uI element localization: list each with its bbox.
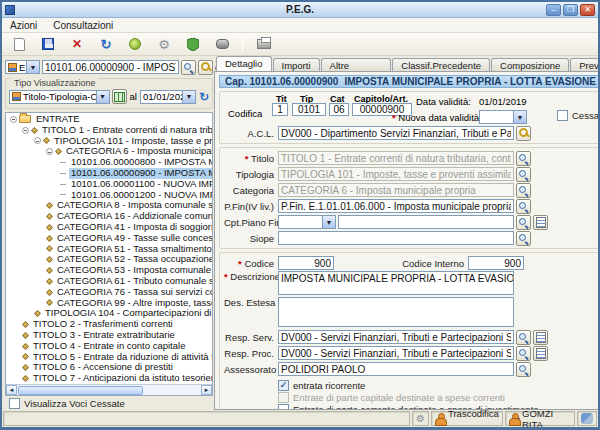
resp-proc-search-button[interactable] bbox=[516, 346, 531, 361]
delete-button[interactable]: ✕ bbox=[65, 34, 89, 54]
tree-item[interactable]: TITOLO 4 - Entrate in conto capitale bbox=[6, 341, 212, 352]
status-options-cell[interactable]: ⚙ bbox=[412, 411, 429, 426]
flag-checkbox[interactable] bbox=[278, 380, 289, 391]
siope-field[interactable] bbox=[278, 231, 514, 245]
tree-item[interactable]: TITOLO 6 - Accensione di prestiti bbox=[6, 362, 212, 373]
tree-item[interactable]: CATEGORIA 41 - Imposta di soggiorno bbox=[6, 222, 212, 233]
options-button[interactable]: ⚙ bbox=[152, 34, 176, 54]
titolo-field[interactable] bbox=[278, 151, 514, 165]
snapshot-button[interactable] bbox=[210, 34, 234, 54]
tree-item[interactable]: CATEGORIA 8 - Imposta comunale sugli imm… bbox=[6, 200, 212, 211]
codice-field[interactable] bbox=[278, 256, 334, 270]
tab-composizione[interactable]: Composizione bbox=[491, 58, 569, 71]
categoria-search-button[interactable] bbox=[516, 183, 531, 198]
pfin-field[interactable] bbox=[278, 199, 514, 213]
tree-item[interactable]: 10101.06.00000900 - IMPOSTA MUNICIPALE P… bbox=[6, 168, 212, 179]
tree-item[interactable]: TIPOLOGIA 101 - Imposte, tasse e provent… bbox=[6, 136, 212, 147]
session-cell[interactable] bbox=[577, 411, 597, 426]
assessorato-search-button[interactable] bbox=[516, 362, 531, 377]
tree-item[interactable]: TITOLO 2 - Trasferimenti correnti bbox=[6, 319, 212, 330]
resp-serv-field[interactable] bbox=[278, 330, 514, 344]
expand-handle-icon[interactable] bbox=[34, 137, 41, 144]
tree-item[interactable]: CATEGORIA 53 - Imposta comunale sulla pu… bbox=[6, 265, 212, 276]
chevron-down-icon[interactable]: ▼ bbox=[513, 111, 526, 123]
scroll-left-icon[interactable]: ◄ bbox=[6, 385, 17, 395]
resp-serv-search-button[interactable] bbox=[516, 330, 531, 345]
cpt-list-button[interactable] bbox=[533, 215, 548, 230]
tree-item[interactable]: CATEGORIA 6 - Imposta municipale propria bbox=[6, 146, 212, 157]
minimize-button[interactable]: – bbox=[546, 4, 561, 16]
restore-button[interactable]: ❐ bbox=[563, 4, 578, 16]
tip-field[interactable] bbox=[292, 103, 326, 116]
descrizione-field[interactable] bbox=[278, 271, 514, 295]
tree-item[interactable]: TITOLO 3 - Entrate extratributarie bbox=[6, 330, 212, 341]
tab-classif-precedente[interactable]: Classif.Precedente bbox=[392, 58, 490, 71]
tree-item[interactable]: 10101.06.00000800 - IMPOSTA MUNICIPALE P… bbox=[6, 157, 212, 168]
search-button[interactable] bbox=[181, 60, 196, 75]
tree-item[interactable]: CATEGORIA 61 - Tributo comunale sui rifi… bbox=[6, 276, 212, 287]
menu-azioni[interactable]: Azioni bbox=[2, 19, 45, 32]
tree-item[interactable]: TITOLO 7 - Anticipazioni da istituto tes… bbox=[6, 373, 212, 384]
cpt-search-button[interactable] bbox=[516, 215, 531, 230]
resp-proc-field[interactable] bbox=[278, 346, 514, 360]
cat-field[interactable] bbox=[329, 103, 349, 116]
tree-item[interactable]: ENTRATE bbox=[6, 114, 212, 125]
reload-tree-icon[interactable]: ↻ bbox=[199, 90, 209, 104]
tab-dettaglio[interactable]: Dettaglio bbox=[216, 56, 272, 71]
expand-handle-icon[interactable] bbox=[10, 116, 17, 123]
print-button[interactable] bbox=[252, 34, 276, 54]
expand-handle-icon[interactable] bbox=[22, 127, 29, 134]
des-estesa-field[interactable] bbox=[278, 297, 514, 327]
tree-item[interactable]: TITOLO 1 - Entrate correnti di natura tr… bbox=[6, 125, 212, 136]
capitolo-search-input[interactable] bbox=[42, 60, 179, 74]
date-combo[interactable]: 01/01/2021 ▼ bbox=[140, 90, 196, 104]
tree-item[interactable]: 10101.06.00001100 - NUOVA IMPOSTA MUNICI… bbox=[6, 179, 212, 190]
resp-proc-list-button[interactable] bbox=[533, 346, 548, 361]
cpt-piano-combo[interactable]: ▼ bbox=[278, 215, 336, 229]
new-button[interactable] bbox=[7, 34, 31, 54]
chevron-down-icon[interactable]: ▼ bbox=[322, 216, 335, 228]
cpt-piano-field[interactable] bbox=[338, 215, 514, 229]
tipologia-search-button[interactable] bbox=[516, 167, 531, 182]
entry-type-combo[interactable]: E ▼ bbox=[5, 60, 40, 74]
tab-importi[interactable]: Importi bbox=[273, 58, 320, 71]
categoria-field[interactable] bbox=[278, 183, 514, 197]
acl-field[interactable] bbox=[278, 126, 514, 140]
trascodifica-cell[interactable]: Trascodifica ... bbox=[431, 411, 503, 426]
visualizza-cessate-checkbox[interactable] bbox=[9, 398, 20, 409]
tab-previsione[interactable]: Previsione bbox=[570, 58, 600, 71]
tree-item[interactable]: CATEGORIA 52 - Tassa occupazione spazi e… bbox=[6, 254, 212, 265]
chevron-down-icon[interactable]: ▼ bbox=[182, 91, 195, 103]
expand-handle-icon[interactable] bbox=[46, 148, 53, 155]
codice-interno-field[interactable] bbox=[468, 256, 524, 270]
cessato-checkbox[interactable] bbox=[557, 110, 568, 121]
scroll-right-icon[interactable]: ► bbox=[201, 385, 212, 395]
acl-auth-button[interactable] bbox=[516, 126, 531, 141]
menu-consultazioni[interactable]: Consultazioni bbox=[45, 19, 121, 32]
tree-item[interactable]: TITOLO 5 - Entrate da riduzione di attiv… bbox=[6, 352, 212, 363]
pfin-search-button[interactable] bbox=[516, 199, 531, 214]
edit-filter-button[interactable] bbox=[198, 60, 213, 75]
chevron-down-icon[interactable]: ▼ bbox=[26, 61, 39, 73]
tree-item[interactable]: TIPOLOGIA 104 - Compartecipazioni di tri… bbox=[6, 308, 212, 319]
assessorato-field[interactable] bbox=[278, 362, 514, 376]
tree-item[interactable]: CATEGORIA 16 - Addizionale comunale IRPE… bbox=[6, 211, 212, 222]
scroll-thumb[interactable] bbox=[18, 386, 143, 395]
shield-button[interactable] bbox=[181, 34, 205, 54]
tab-altre-impostazioni[interactable]: Altre impostazioni bbox=[321, 58, 392, 71]
tree-item[interactable]: CATEGORIA 51 - Tassa smaltimento rifiuti… bbox=[6, 244, 212, 255]
resp-serv-list-button[interactable] bbox=[533, 330, 548, 345]
tree-item[interactable]: CATEGORIA 99 - Altre imposte, tasse e pr… bbox=[6, 298, 212, 309]
tree-item[interactable]: CATEGORIA 49 - Tasse sulle concessioni c… bbox=[6, 233, 212, 244]
user-cell[interactable]: GOMZI RITA bbox=[505, 411, 575, 426]
tipo-visualizzazione-combo[interactable]: Titolo-Tipologia-Categoria ▼ bbox=[9, 90, 110, 104]
titolo-search-button[interactable] bbox=[516, 151, 531, 166]
tit-field[interactable] bbox=[272, 103, 288, 116]
export-button[interactable] bbox=[123, 34, 147, 54]
apply-view-button[interactable] bbox=[112, 89, 127, 104]
chevron-down-icon[interactable]: ▼ bbox=[96, 91, 109, 103]
close-button[interactable]: ✕ bbox=[580, 4, 595, 16]
tree-item[interactable]: 10101.06.00001200 - NUOVA IMPOSTA MUNICI… bbox=[6, 190, 212, 201]
tree-hscrollbar[interactable]: ◄ ► bbox=[6, 384, 212, 395]
tree-item[interactable]: CATEGORIA 76 - Tassa sui servizi comunal… bbox=[6, 287, 212, 298]
